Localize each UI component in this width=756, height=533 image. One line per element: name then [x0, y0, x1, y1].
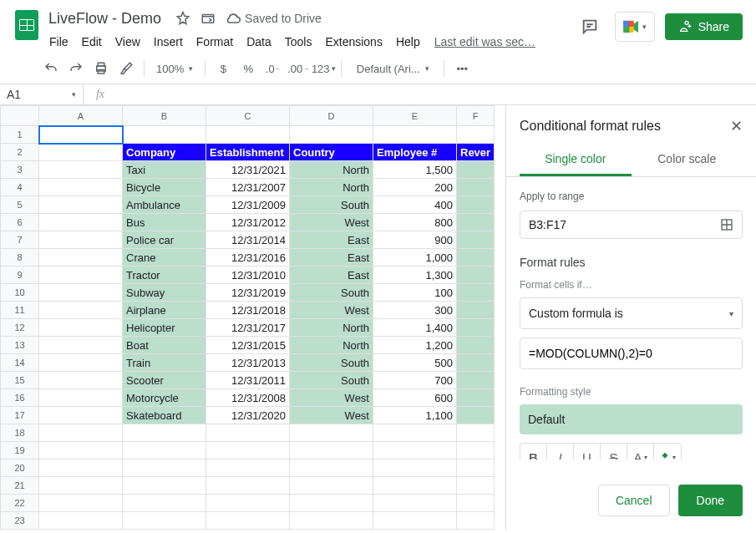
cell[interactable] [39, 144, 123, 161]
text-color-button[interactable]: A▾ [627, 444, 654, 459]
formula-bar-input[interactable] [117, 91, 756, 98]
comments-icon[interactable] [575, 12, 605, 42]
redo-icon[interactable] [63, 57, 89, 80]
cell[interactable]: North [290, 319, 373, 337]
column-header[interactable]: F [457, 106, 495, 126]
cell[interactable]: West [290, 302, 373, 319]
cell[interactable] [39, 196, 123, 214]
cell[interactable] [457, 337, 495, 354]
cell[interactable]: 12/31/2018 [206, 302, 290, 319]
doc-title[interactable]: LiveFlow - Demo [43, 8, 166, 29]
row-header[interactable]: 5 [1, 196, 39, 214]
cell[interactable]: East [290, 231, 373, 249]
close-icon[interactable]: ✕ [730, 117, 743, 135]
cell[interactable] [39, 459, 123, 477]
cell[interactable]: 1,400 [373, 319, 457, 337]
cell[interactable]: West [290, 407, 373, 424]
menu-view[interactable]: View [109, 32, 146, 52]
cell[interactable] [39, 214, 123, 231]
cell[interactable] [123, 126, 206, 144]
header-cell[interactable]: Employee # [373, 144, 457, 161]
tab-color-scale[interactable]: Color scale [632, 144, 743, 176]
cell[interactable]: 1,200 [373, 337, 457, 354]
row-header[interactable]: 2 [1, 144, 39, 161]
cell[interactable]: Crane [123, 249, 206, 266]
row-header[interactable]: 20 [1, 459, 39, 477]
cell[interactable] [123, 442, 206, 459]
cell[interactable]: 12/31/2011 [206, 372, 290, 389]
rule-type-dropdown[interactable]: Custom formula is ▾ [520, 297, 743, 329]
italic-button[interactable]: I [547, 444, 574, 459]
cell[interactable]: 12/31/2016 [206, 249, 290, 266]
cell[interactable]: Skateboard [123, 407, 206, 424]
cell[interactable] [39, 495, 123, 512]
cell[interactable] [123, 459, 206, 477]
cell[interactable] [206, 477, 290, 495]
cell[interactable] [39, 407, 123, 424]
row-header[interactable]: 16 [1, 389, 39, 407]
row-header[interactable]: 19 [1, 442, 39, 459]
cell[interactable] [290, 126, 373, 144]
cell[interactable]: North [290, 179, 373, 196]
cell[interactable]: 400 [373, 196, 457, 214]
cell[interactable] [39, 354, 123, 372]
cell[interactable] [39, 266, 123, 284]
cell[interactable] [457, 477, 495, 495]
cell[interactable]: Helicopter [123, 319, 206, 337]
cell[interactable] [206, 512, 290, 530]
cell[interactable] [39, 249, 123, 266]
cell[interactable] [457, 302, 495, 319]
cell[interactable]: South [290, 196, 373, 214]
cell[interactable] [457, 179, 495, 196]
cell[interactable] [373, 495, 457, 512]
cell[interactable]: 12/31/2021 [206, 161, 290, 179]
cell[interactable] [123, 424, 206, 442]
header-cell[interactable]: Establishment [206, 144, 290, 161]
percent-icon[interactable]: % [236, 57, 261, 80]
header-cell[interactable]: Company [123, 144, 206, 161]
menu-help[interactable]: Help [390, 32, 426, 52]
row-header[interactable]: 3 [1, 161, 39, 179]
cancel-button[interactable]: Cancel [598, 485, 670, 516]
cell[interactable] [39, 424, 123, 442]
cell[interactable] [206, 126, 290, 144]
grid-select-icon[interactable] [720, 218, 733, 231]
cell[interactable] [39, 512, 123, 530]
decrease-decimal-icon[interactable]: .0← [261, 57, 286, 80]
sheets-logo[interactable] [10, 8, 43, 42]
cell[interactable]: Bus [123, 214, 206, 231]
cell[interactable] [457, 442, 495, 459]
cell[interactable] [373, 459, 457, 477]
cell[interactable]: 12/31/2008 [206, 389, 290, 407]
menu-extensions[interactable]: Extensions [319, 32, 388, 52]
cell[interactable] [206, 495, 290, 512]
column-header[interactable]: B [123, 106, 206, 126]
row-header[interactable]: 1 [1, 126, 39, 144]
cell[interactable]: 12/31/2010 [206, 266, 290, 284]
row-header[interactable]: 18 [1, 424, 39, 442]
fill-color-button[interactable]: ▾ [654, 444, 681, 459]
underline-button[interactable]: U [574, 444, 601, 459]
cell[interactable] [373, 512, 457, 530]
cell[interactable] [457, 512, 495, 530]
strike-button[interactable]: S [601, 444, 627, 459]
cell[interactable] [457, 231, 495, 249]
cell[interactable] [39, 231, 123, 249]
menu-file[interactable]: File [43, 32, 74, 52]
undo-icon[interactable] [38, 57, 63, 80]
cell[interactable]: Ambulance [123, 196, 206, 214]
cell[interactable]: North [290, 161, 373, 179]
column-header[interactable]: A [39, 106, 123, 126]
row-header[interactable]: 21 [1, 477, 39, 495]
cell[interactable] [123, 477, 206, 495]
row-header[interactable]: 15 [1, 372, 39, 389]
cell[interactable]: West [290, 389, 373, 407]
cell[interactable] [373, 126, 457, 144]
cell[interactable]: South [290, 372, 373, 389]
cell[interactable]: 12/31/2019 [206, 284, 290, 302]
cell[interactable] [457, 196, 495, 214]
header-cell[interactable]: Rever [457, 144, 495, 161]
cell[interactable] [373, 424, 457, 442]
row-header[interactable]: 12 [1, 319, 39, 337]
cell[interactable] [39, 179, 123, 196]
